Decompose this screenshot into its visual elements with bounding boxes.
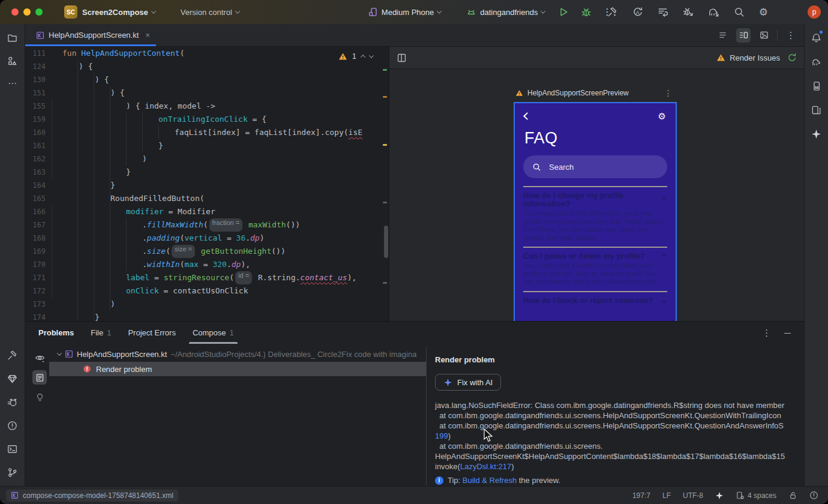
minimize-window-button[interactable]	[23, 8, 31, 16]
version-control-menu[interactable]: Version control	[181, 8, 239, 17]
code-line[interactable]: 167.fillMaxWidth(fraction = maxWidth())	[25, 218, 389, 232]
gradle-tool-icon[interactable]	[809, 54, 824, 70]
code-line[interactable]: 173)	[25, 298, 389, 311]
stripe-mark-green[interactable]	[383, 69, 387, 71]
error-indicator-icon[interactable]	[809, 491, 818, 500]
lightbulb-icon[interactable]	[32, 390, 47, 404]
code-line[interactable]: 159onTrailingIconClick = {	[25, 113, 389, 126]
code-line[interactable]: 171label = stringResource(id = R.string.…	[25, 271, 389, 284]
code-line[interactable]: 130) {	[25, 73, 389, 86]
problems-tab-project-errors[interactable]: Project Errors	[128, 322, 175, 344]
device-manager-icon[interactable]	[809, 102, 824, 118]
git-tool-icon[interactable]	[5, 464, 20, 480]
code-line[interactable]: 155) { index, model ->	[25, 100, 389, 113]
build-tool-icon[interactable]	[5, 347, 20, 363]
preview-menu-icon[interactable]: ⋮	[664, 88, 673, 98]
settings-icon[interactable]: ⚙	[759, 7, 768, 17]
preview-phone-frame[interactable]: ⚙ FAQ Search How do I change my profile …	[514, 102, 677, 325]
inspection-widget[interactable]: 1	[338, 52, 373, 61]
chevron-down-icon	[235, 8, 240, 13]
stack-trace-link[interactable]: LazyDsl.kt:217	[460, 462, 511, 471]
run-button[interactable]	[558, 7, 569, 17]
project-tool-icon[interactable]	[5, 30, 20, 46]
terminal-tool-icon[interactable]	[5, 441, 20, 457]
problems-tool-icon[interactable]	[5, 418, 20, 433]
render-issues-button[interactable]: Render Issues	[716, 53, 780, 62]
refresh-icon[interactable]	[787, 53, 797, 62]
project-selector[interactable]: Screen2Compose	[82, 8, 155, 17]
next-issue-icon[interactable]	[369, 53, 374, 58]
stripe-mark-gray[interactable]	[383, 202, 387, 203]
code-line[interactable]: 124) {	[25, 60, 389, 73]
problems-options-icon[interactable]: ⋮	[762, 328, 771, 338]
debug-button[interactable]	[581, 7, 592, 17]
stack-trace-link[interactable]: 199	[435, 431, 448, 440]
user-avatar[interactable]: p	[808, 5, 821, 19]
app-quality-insights-icon[interactable]	[5, 371, 20, 386]
problems-tab-file[interactable]: File1	[91, 322, 111, 344]
line-number: 124	[25, 60, 52, 73]
prev-issue-icon[interactable]	[361, 55, 365, 59]
stripe-mark-warning[interactable]	[383, 144, 387, 146]
render-problem-row[interactable]: Render problem	[49, 362, 426, 376]
problems-tab-problems[interactable]: Problems	[38, 322, 74, 344]
code-line[interactable]: 166modifier = Modifier	[25, 205, 389, 218]
build-run-icon[interactable]	[607, 7, 618, 17]
run-configuration-selector[interactable]: datingandfriends	[466, 7, 545, 17]
code-view-icon[interactable]	[716, 28, 730, 43]
code-line[interactable]: 168.padding(vertical = 36.dp)	[25, 232, 389, 245]
code-line[interactable]: 169.size(size = getButtonHeight())	[25, 245, 389, 258]
problems-file-row[interactable]: HelpAndSupportScreen.kt ~/AndroidStudioP…	[49, 347, 426, 361]
search-icon[interactable]	[734, 7, 745, 17]
problems-tab-compose[interactable]: Compose1	[193, 322, 234, 344]
file-encoding[interactable]: UTF-8	[683, 491, 703, 500]
code-line[interactable]: 160faqList[index] = faqList[index].copy(…	[25, 126, 389, 139]
split-view-icon[interactable]	[736, 28, 751, 43]
preview-toggle-eye-icon[interactable]	[32, 350, 47, 365]
more-tool-windows-icon[interactable]: ⋯	[5, 76, 20, 91]
code-line[interactable]: 163}	[25, 166, 389, 179]
code-line[interactable]: 111fun HelpAndSupportContent(	[25, 47, 389, 60]
code-line[interactable]: 172onClick = contactUsOnClick	[25, 284, 389, 298]
editor-options-icon[interactable]: ⋮	[784, 28, 798, 43]
apply-changes-icon[interactable]: A	[632, 7, 643, 17]
code-line[interactable]: 174}	[25, 311, 389, 321]
hide-panel-icon[interactable]: ─	[784, 328, 791, 338]
lock-icon[interactable]	[788, 491, 797, 500]
profiler-icon[interactable]	[5, 394, 20, 410]
gemini-icon[interactable]	[809, 126, 824, 142]
code-line[interactable]: 162)	[25, 152, 389, 166]
resource-manager-icon[interactable]	[5, 53, 20, 68]
show-details-icon[interactable]	[32, 370, 47, 385]
close-tab-icon[interactable]: ×	[145, 31, 150, 40]
code-editor[interactable]: 111fun HelpAndSupportContent(124) {130) …	[25, 47, 389, 321]
code-line[interactable]: 164}	[25, 179, 389, 192]
code-line[interactable]: 170.widthIn(max = 320.dp),	[25, 258, 389, 271]
running-devices-icon[interactable]	[809, 78, 824, 94]
code-line[interactable]: 165RoundedFilledButton(	[25, 192, 389, 205]
chevron-down-icon	[151, 8, 156, 13]
close-window-button[interactable]	[11, 8, 19, 16]
line-ending[interactable]: LF	[662, 491, 671, 500]
status-file[interactable]: compose-compose-model-1758748140651.xml	[6, 490, 178, 502]
layout-mode-icon[interactable]	[397, 53, 407, 63]
gradle-sync-icon[interactable]	[708, 7, 719, 17]
code-line[interactable]: 151) {	[25, 86, 389, 100]
stripe-mark-gray[interactable]	[383, 282, 387, 284]
notifications-icon[interactable]	[809, 30, 824, 46]
build-refresh-link[interactable]: Build & Refresh	[463, 476, 517, 485]
attach-debugger-icon[interactable]	[683, 7, 694, 17]
preview-name-label[interactable]: HelpAndSupportScreenPreview ⋮	[515, 88, 673, 98]
editor-scrollbar[interactable]	[384, 226, 388, 258]
maximize-window-button[interactable]	[35, 8, 43, 16]
caret-position[interactable]: 197:7	[632, 491, 650, 500]
stripe-mark-warning[interactable]	[383, 96, 387, 98]
code-line[interactable]: 161}	[25, 139, 389, 152]
indent-setting[interactable]: 4 spaces	[736, 491, 776, 500]
design-view-icon[interactable]	[757, 28, 771, 43]
tab-helpandsupportscreen[interactable]: HelpAndSupportScreen.kt ×	[25, 24, 156, 46]
history-icon[interactable]	[658, 7, 668, 17]
ai-sparkle-icon[interactable]	[715, 491, 724, 500]
fix-with-ai-button[interactable]: Fix with AI	[435, 374, 501, 391]
device-selector[interactable]: Medium Phone	[368, 7, 441, 17]
